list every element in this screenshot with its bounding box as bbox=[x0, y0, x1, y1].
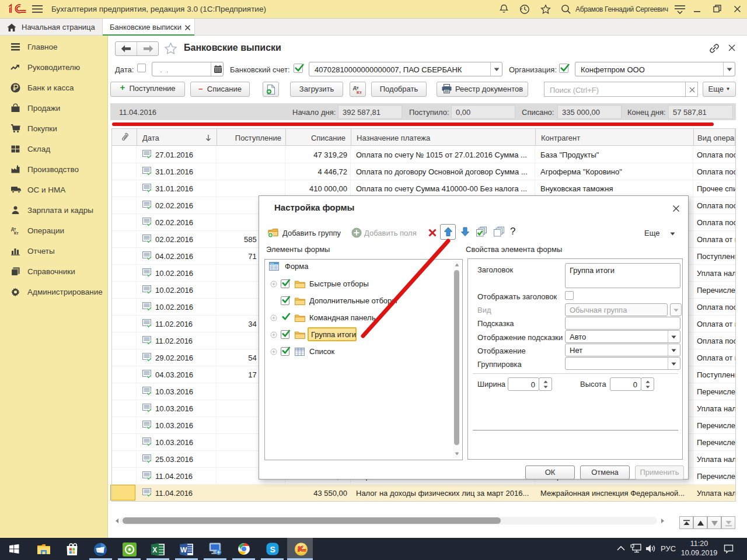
svg-text:Кт: Кт bbox=[357, 90, 362, 95]
svg-text:Кт: Кт bbox=[14, 231, 19, 235]
svg-text:W: W bbox=[180, 546, 187, 554]
svg-text:S: S bbox=[270, 545, 275, 554]
svg-text:X: X bbox=[152, 546, 157, 554]
